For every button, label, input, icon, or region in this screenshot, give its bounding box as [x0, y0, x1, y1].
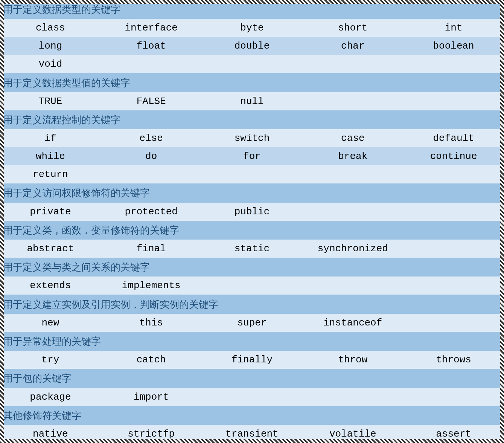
keyword-cell: public [202, 203, 303, 221]
table-row: privateprotectedpublic [0, 203, 504, 221]
keyword-cell: default [403, 129, 504, 147]
section-header: 用于定义流程控制的关键字 [0, 110, 504, 129]
table-row: classinterfacebyteshortint [0, 19, 504, 37]
keyword-cell: package [0, 388, 101, 406]
table-row: ifelseswitchcasedefault [0, 129, 504, 147]
table-row: return [0, 165, 504, 183]
section-header: 用于定义类与类之间关系的关键字 [0, 258, 504, 276]
keyword-cell: switch [202, 129, 303, 147]
keyword-cell [403, 203, 504, 221]
section-title: 用于定义建立实例及引用实例，判断实例的关键字 [0, 295, 504, 313]
section-header: 其他修饰符关键字 [0, 406, 504, 425]
keyword-cell: native [0, 425, 101, 443]
keyword-cell: finally [202, 351, 303, 369]
section-title: 用于定义数据类型值的关键字 [0, 73, 504, 92]
keyword-cell: class [0, 19, 101, 37]
keyword-cell: abstract [0, 240, 101, 258]
keyword-cell [302, 55, 403, 73]
keyword-cell [403, 314, 504, 332]
keyword-cell: return [0, 165, 101, 183]
keyword-cell: synchronized [302, 240, 403, 258]
table-row: abstractfinalstaticsynchronized [0, 240, 504, 258]
table-row: extendsimplements [0, 276, 504, 295]
keyword-cell: try [0, 351, 101, 369]
keyword-cell: case [302, 129, 403, 147]
table-row: TRUEFALSEnull [0, 92, 504, 110]
keyword-cell: char [302, 37, 403, 55]
keyword-cell: volatile [302, 425, 403, 443]
section-header: 用于定义数据类型的关键字 [0, 0, 504, 19]
section-title: 用于定义访问权限修饰符的关键字 [0, 183, 504, 202]
keywords-table-container: 用于定义数据类型的关键字classinterfacebyteshortintlo… [0, 0, 504, 443]
keyword-cell: throws [403, 351, 504, 369]
keyword-cell [302, 92, 403, 110]
keyword-cell: import [101, 388, 202, 406]
keyword-cell: else [101, 129, 202, 147]
keyword-cell [403, 276, 504, 295]
section-title: 用于定义类与类之间关系的关键字 [0, 258, 504, 276]
keyword-cell: null [202, 92, 303, 110]
keyword-cell: transient [202, 425, 303, 443]
keyword-cell [403, 55, 504, 73]
keyword-cell [202, 388, 303, 406]
keywords-table: 用于定义数据类型的关键字classinterfacebyteshortintlo… [0, 0, 504, 443]
keyword-cell: for [202, 147, 303, 165]
keyword-cell [202, 165, 303, 183]
keyword-cell [101, 55, 202, 73]
table-row: trycatchfinallythrowthrows [0, 351, 504, 369]
keyword-cell: instanceof [302, 314, 403, 332]
keyword-cell: break [302, 147, 403, 165]
keyword-cell [403, 165, 504, 183]
keyword-cell: this [101, 314, 202, 332]
section-header: 用于定义类，函数，变量修饰符的关键字 [0, 221, 504, 240]
keyword-cell [302, 276, 403, 295]
keyword-cell: int [403, 19, 504, 37]
keyword-cell [403, 388, 504, 406]
keyword-cell: short [302, 19, 403, 37]
keyword-cell [403, 92, 504, 110]
keyword-cell: interface [101, 19, 202, 37]
keyword-cell: private [0, 203, 101, 221]
section-header: 用于定义访问权限修饰符的关键字 [0, 183, 504, 202]
keyword-cell [302, 165, 403, 183]
section-title: 用于定义数据类型的关键字 [0, 0, 504, 19]
section-title: 用于定义类，函数，变量修饰符的关键字 [0, 221, 504, 240]
keyword-cell: extends [0, 276, 101, 295]
keyword-cell: while [0, 147, 101, 165]
keyword-cell [202, 276, 303, 295]
keyword-cell [202, 55, 303, 73]
keyword-cell [403, 240, 504, 258]
table-row: packageimport [0, 388, 504, 406]
keyword-cell: FALSE [101, 92, 202, 110]
keyword-cell: final [101, 240, 202, 258]
keyword-cell: TRUE [0, 92, 101, 110]
section-header: 用于定义数据类型值的关键字 [0, 73, 504, 92]
keyword-cell [101, 165, 202, 183]
section-title: 其他修饰符关键字 [0, 406, 504, 425]
keyword-cell: if [0, 129, 101, 147]
section-title: 用于异常处理的关键字 [0, 332, 504, 351]
keyword-cell: long [0, 37, 101, 55]
keyword-cell: do [101, 147, 202, 165]
keyword-cell: void [0, 55, 101, 73]
keyword-cell: boolean [403, 37, 504, 55]
keyword-cell: assert [403, 425, 504, 443]
section-header: 用于异常处理的关键字 [0, 332, 504, 351]
section-header: 用于包的关键字 [0, 369, 504, 388]
keyword-cell: implements [101, 276, 202, 295]
keyword-cell: new [0, 314, 101, 332]
keyword-cell: byte [202, 19, 303, 37]
table-row: longfloatdoublecharboolean [0, 37, 504, 55]
keyword-cell: super [202, 314, 303, 332]
keyword-cell: continue [403, 147, 504, 165]
keyword-cell: float [101, 37, 202, 55]
table-row: nativestrictfptransientvolatileassert [0, 425, 504, 443]
keyword-cell: static [202, 240, 303, 258]
section-title: 用于定义流程控制的关键字 [0, 110, 504, 129]
keyword-cell: protected [101, 203, 202, 221]
keyword-cell: double [202, 37, 303, 55]
keyword-cell [302, 388, 403, 406]
keyword-cell [302, 203, 403, 221]
section-header: 用于定义建立实例及引用实例，判断实例的关键字 [0, 295, 504, 313]
table-row: void [0, 55, 504, 73]
